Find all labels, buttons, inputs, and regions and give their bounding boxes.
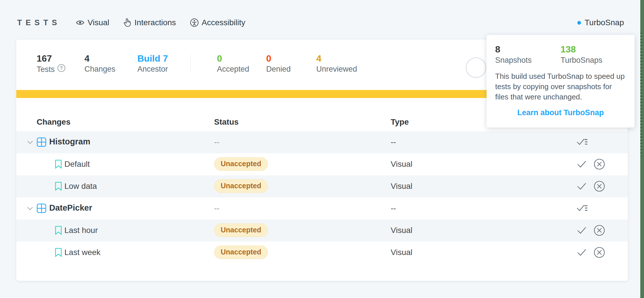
accept-all-icon[interactable] xyxy=(576,136,589,149)
stats-divider xyxy=(190,54,191,73)
svg-text:?: ? xyxy=(60,66,63,70)
turbosnap-dot-icon xyxy=(577,21,581,25)
turbosnap-toggle-button[interactable]: TurboSnap xyxy=(577,18,624,27)
stat-label: Ancestor xyxy=(137,64,168,74)
type-cell: Visual xyxy=(391,248,412,257)
stat-ancestor-build: Build 7 Ancestor xyxy=(137,53,168,74)
stat-label: Tests xyxy=(37,64,55,74)
status-cell: Unaccepted xyxy=(214,248,268,261)
accept-icon[interactable] xyxy=(576,225,588,237)
column-header-status: Status xyxy=(214,117,239,127)
test-name[interactable]: Last week xyxy=(64,248,100,257)
page-title: TESTS xyxy=(17,18,61,27)
tests-header: TESTS Visual Interactions xyxy=(17,17,624,29)
stat-label: Snapshots xyxy=(495,55,561,65)
tab-label: Visual xyxy=(88,18,109,27)
stat-accepted: 0 Accepted xyxy=(217,53,249,74)
table-row-test-default[interactable]: Default Unaccepted Visual xyxy=(16,153,628,175)
type-cell: Visual xyxy=(391,226,412,235)
stat-label: Unreviewed xyxy=(316,64,357,74)
accept-all-icon[interactable] xyxy=(576,203,589,215)
accept-icon[interactable] xyxy=(576,159,588,170)
status-cell: Unaccepted xyxy=(214,226,268,239)
stat-denied: 0 Denied xyxy=(266,53,291,74)
bookmark-icon xyxy=(54,181,62,192)
group-name[interactable]: Histogram xyxy=(49,137,90,146)
stat-label: Changes xyxy=(84,64,115,74)
stat-label: Denied xyxy=(266,64,291,74)
stat-value: 167 xyxy=(37,53,66,64)
status-badge: Unaccepted xyxy=(214,223,268,237)
bookmark-icon xyxy=(54,248,62,258)
type-cell: Visual xyxy=(391,160,412,169)
status-cell: Unaccepted xyxy=(214,160,268,173)
tab-visual[interactable]: Visual xyxy=(76,18,109,27)
stat-value: 0 xyxy=(217,53,249,64)
table-row-test-last-week[interactable]: Last week Unaccepted Visual xyxy=(16,242,628,264)
stat-value: 4 xyxy=(316,53,357,64)
deny-circle-x-icon[interactable] xyxy=(593,246,605,260)
table-row-group-histogram[interactable]: Histogram -- -- xyxy=(16,131,628,153)
type-cell: -- xyxy=(391,138,396,147)
group-name[interactable]: DatePicker xyxy=(49,203,92,213)
stat-tests: 167 Tests ? xyxy=(37,53,66,75)
ancestor-build-link[interactable]: Build 7 xyxy=(137,53,168,64)
status-badge: Unaccepted xyxy=(214,179,268,193)
changes-table: Histogram -- -- Default Unaccepted Visua… xyxy=(16,131,628,264)
status-cell: Unaccepted xyxy=(214,182,268,195)
tab-label: Interactions xyxy=(135,18,176,27)
stat-value: 4 xyxy=(84,53,115,64)
popover-stat-turbosnaps: 138 TurboSnaps xyxy=(561,44,626,65)
popover-stat-snapshots: 8 Snapshots xyxy=(495,44,561,65)
status-cell: -- xyxy=(214,204,220,213)
chevron-down-icon[interactable] xyxy=(26,205,34,213)
column-header-type: Type xyxy=(391,117,409,127)
stat-value: 8 xyxy=(495,44,561,55)
type-cell: -- xyxy=(391,204,396,213)
turbosnap-description: This build used TurboSnap to speed up te… xyxy=(495,71,626,102)
test-name[interactable]: Low data xyxy=(64,182,97,191)
stat-label: Accepted xyxy=(217,64,249,74)
component-grid-icon xyxy=(36,203,47,215)
chevron-down-icon[interactable] xyxy=(26,139,34,147)
table-row-group-datepicker[interactable]: DatePicker -- -- xyxy=(16,197,628,219)
eye-icon xyxy=(76,18,85,27)
deny-circle-x-icon[interactable] xyxy=(593,180,605,193)
table-row-test-last-hour[interactable]: Last hour Unaccepted Visual xyxy=(16,219,628,242)
accessibility-icon xyxy=(190,18,199,27)
column-header-changes: Changes xyxy=(37,117,70,127)
partially-hidden-circle xyxy=(466,57,486,78)
cropped-window-edge xyxy=(640,0,644,298)
type-cell: Visual xyxy=(391,182,412,191)
status-cell: -- xyxy=(214,138,220,147)
tab-label: Accessibility xyxy=(202,18,245,27)
test-type-tabs: Visual Interactions xyxy=(76,18,245,27)
stat-value: 138 xyxy=(561,44,626,55)
bookmark-icon xyxy=(54,159,62,170)
component-grid-icon xyxy=(36,137,47,148)
table-row-test-low-data[interactable]: Low data Unaccepted Visual xyxy=(16,175,628,197)
deny-circle-x-icon[interactable] xyxy=(593,158,605,171)
stat-value: 0 xyxy=(266,53,291,64)
status-badge: Unaccepted xyxy=(214,157,268,171)
stat-label: TurboSnaps xyxy=(561,55,626,65)
turbosnap-label: TurboSnap xyxy=(585,18,624,27)
test-name[interactable]: Last hour xyxy=(64,226,98,235)
accept-icon[interactable] xyxy=(576,181,588,193)
turbosnap-popover: 8 Snapshots 138 TurboSnaps This build us… xyxy=(487,35,635,128)
hand-pointer-icon xyxy=(123,18,132,27)
question-circle-icon[interactable]: ? xyxy=(57,64,66,75)
stat-unreviewed: 4 Unreviewed xyxy=(316,53,357,74)
test-name[interactable]: Default xyxy=(64,160,90,169)
bookmark-icon xyxy=(54,226,62,236)
tab-interactions[interactable]: Interactions xyxy=(123,18,176,27)
stat-changes: 4 Changes xyxy=(84,53,115,74)
tab-accessibility[interactable]: Accessibility xyxy=(190,18,245,27)
status-badge: Unaccepted xyxy=(214,246,268,259)
deny-circle-x-icon[interactable] xyxy=(593,224,605,238)
accept-icon[interactable] xyxy=(576,247,588,259)
learn-about-turbosnap-link[interactable]: Learn about TurboSnap xyxy=(495,108,626,117)
